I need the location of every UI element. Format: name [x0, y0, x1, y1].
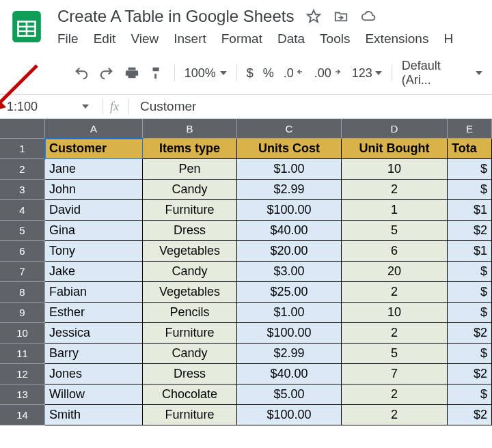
- cell-A10[interactable]: Jessica: [45, 323, 143, 344]
- row-header-7[interactable]: 7: [0, 262, 45, 282]
- menu-view[interactable]: View: [131, 31, 159, 46]
- col-header-E[interactable]: E: [448, 119, 492, 139]
- cell-D8[interactable]: 2: [342, 282, 448, 303]
- move-folder-icon[interactable]: [333, 9, 348, 24]
- row-header-3[interactable]: 3: [0, 180, 45, 200]
- col-header-B[interactable]: B: [143, 119, 237, 139]
- cell-E10[interactable]: $2: [448, 323, 492, 344]
- cell-C4[interactable]: $100.00: [237, 200, 342, 221]
- cell-A11[interactable]: Barry: [45, 344, 143, 364]
- zoom-select[interactable]: 100%: [184, 66, 227, 81]
- menu-edit[interactable]: Edit: [94, 31, 116, 46]
- cell-A8[interactable]: Fabian: [45, 282, 143, 303]
- row-header-1[interactable]: 1: [0, 139, 45, 159]
- cell-E7[interactable]: $: [448, 262, 492, 282]
- currency-button[interactable]: $: [247, 66, 254, 81]
- cell-C6[interactable]: $20.00: [237, 241, 342, 262]
- cell-E6[interactable]: $1: [448, 241, 492, 262]
- cell-B10[interactable]: Furniture: [143, 323, 237, 344]
- cell-D4[interactable]: 1: [342, 200, 448, 221]
- cell-A6[interactable]: Tony: [45, 241, 143, 262]
- cell-C10[interactable]: $100.00: [237, 323, 342, 344]
- cell-A7[interactable]: Jake: [45, 262, 143, 282]
- cell-E14[interactable]: $2: [448, 405, 492, 425]
- cell-B5[interactable]: Dress: [143, 221, 237, 241]
- cloud-status-icon[interactable]: [361, 9, 376, 24]
- cell-E11[interactable]: $: [448, 344, 492, 364]
- row-header-5[interactable]: 5: [0, 221, 45, 241]
- cell-B11[interactable]: Candy: [143, 344, 237, 364]
- undo-icon[interactable]: [74, 65, 90, 81]
- percent-button[interactable]: %: [263, 66, 274, 81]
- spreadsheet-grid[interactable]: 1234567891011121314 ABCDE CustomerItems …: [0, 119, 492, 425]
- cell-B12[interactable]: Dress: [143, 364, 237, 384]
- cell-D14[interactable]: 2: [342, 405, 448, 425]
- cell-E3[interactable]: $: [448, 180, 492, 200]
- cell-E8[interactable]: $: [448, 282, 492, 303]
- cell-C14[interactable]: $100.00: [237, 405, 342, 425]
- cell-C2[interactable]: $1.00: [237, 159, 342, 180]
- cell-B14[interactable]: Furniture: [143, 405, 237, 425]
- select-all-corner[interactable]: [0, 119, 45, 139]
- menu-help[interactable]: H: [443, 31, 453, 46]
- cell-B8[interactable]: Vegetables: [143, 282, 237, 303]
- menu-extensions[interactable]: Extensions: [365, 31, 428, 46]
- sheets-logo[interactable]: [10, 10, 44, 44]
- name-box[interactable]: 1:100: [7, 100, 96, 114]
- cell-C12[interactable]: $40.00: [237, 364, 342, 384]
- menu-format[interactable]: Format: [221, 31, 262, 46]
- formula-bar[interactable]: Customer: [140, 99, 196, 114]
- row-header-14[interactable]: 14: [0, 405, 45, 425]
- print-icon[interactable]: [124, 65, 139, 81]
- cell-D1[interactable]: Unit Bought: [342, 139, 448, 159]
- cell-C13[interactable]: $5.00: [237, 384, 342, 405]
- cell-A2[interactable]: Jane: [45, 159, 143, 180]
- cell-A9[interactable]: Esther: [45, 303, 143, 323]
- menu-tools[interactable]: Tools: [320, 31, 350, 46]
- cell-A5[interactable]: Gina: [45, 221, 143, 241]
- row-header-10[interactable]: 10: [0, 323, 45, 344]
- cell-C5[interactable]: $40.00: [237, 221, 342, 241]
- cell-B6[interactable]: Vegetables: [143, 241, 237, 262]
- row-header-8[interactable]: 8: [0, 282, 45, 303]
- cell-E5[interactable]: $2: [448, 221, 492, 241]
- cell-B7[interactable]: Candy: [143, 262, 237, 282]
- paint-format-icon[interactable]: [149, 65, 165, 81]
- col-header-C[interactable]: C: [237, 119, 342, 139]
- menu-insert[interactable]: Insert: [174, 31, 206, 46]
- doc-title[interactable]: Create A Table in Google Sheets: [57, 7, 294, 26]
- cell-D12[interactable]: 7: [342, 364, 448, 384]
- cell-C7[interactable]: $3.00: [237, 262, 342, 282]
- cell-D11[interactable]: 5: [342, 344, 448, 364]
- row-header-13[interactable]: 13: [0, 384, 45, 405]
- cell-C8[interactable]: $25.00: [237, 282, 342, 303]
- row-header-4[interactable]: 4: [0, 200, 45, 221]
- menu-data[interactable]: Data: [277, 31, 305, 46]
- cell-D6[interactable]: 6: [342, 241, 448, 262]
- cell-A14[interactable]: Smith: [45, 405, 143, 425]
- cell-D2[interactable]: 10: [342, 159, 448, 180]
- cell-C9[interactable]: $1.00: [237, 303, 342, 323]
- cell-D7[interactable]: 20: [342, 262, 448, 282]
- cell-B9[interactable]: Pencils: [143, 303, 237, 323]
- redo-icon[interactable]: [99, 65, 115, 81]
- row-header-11[interactable]: 11: [0, 344, 45, 364]
- menu-file[interactable]: File: [57, 31, 79, 46]
- cell-B13[interactable]: Chocolate: [143, 384, 237, 405]
- cell-E1[interactable]: Tota: [448, 139, 492, 159]
- cell-B3[interactable]: Candy: [143, 180, 237, 200]
- cell-A13[interactable]: Willow: [45, 384, 143, 405]
- cell-B2[interactable]: Pen: [143, 159, 237, 180]
- decrease-decimal-button[interactable]: .0: [284, 66, 305, 81]
- cell-D13[interactable]: 2: [342, 384, 448, 405]
- cell-C11[interactable]: $2.99: [237, 344, 342, 364]
- row-header-9[interactable]: 9: [0, 303, 45, 323]
- cell-E13[interactable]: $: [448, 384, 492, 405]
- cell-C3[interactable]: $2.99: [237, 180, 342, 200]
- cell-A12[interactable]: Jones: [45, 364, 143, 384]
- increase-decimal-button[interactable]: .00: [314, 66, 342, 81]
- cell-B4[interactable]: Furniture: [143, 200, 237, 221]
- cell-C1[interactable]: Units Cost: [237, 139, 342, 159]
- cell-E12[interactable]: $2: [448, 364, 492, 384]
- cell-B1[interactable]: Items type: [143, 139, 237, 159]
